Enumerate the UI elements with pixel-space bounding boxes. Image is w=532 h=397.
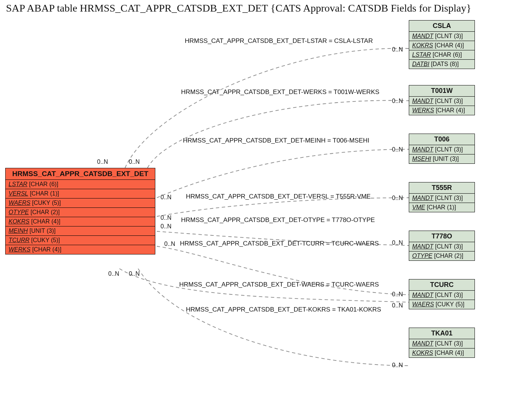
- relation-label: HRMSS_CAT_APPR_CATSDB_EXT_DET-TCURR = TC…: [180, 240, 379, 247]
- entity-TKA01: TKA01 MANDT [CLNT (3)] KOKRS [CHAR (4)]: [409, 328, 475, 358]
- cardinality-tgt: 0..N: [392, 240, 403, 246]
- entity-main-row: WAERS [CUKY (5)]: [6, 198, 155, 208]
- entity-row: WAERS [CUKY (5)]: [409, 300, 475, 309]
- cardinality-src: 0..N: [97, 159, 108, 165]
- cardinality-tgt: 0..N: [392, 98, 403, 104]
- relation-label: HRMSS_CAT_APPR_CATSDB_EXT_DET-KOKRS = TK…: [186, 306, 381, 313]
- entity-main-header: HRMSS_CAT_APPR_CATSDB_EXT_DET: [6, 168, 155, 180]
- entity-row: WERKS [CHAR (4)]: [409, 106, 475, 115]
- cardinality-tgt: 0..N: [392, 195, 403, 201]
- cardinality-tgt: 0..N: [392, 46, 403, 53]
- entity-row: MANDT [CLNT (3)]: [409, 291, 475, 300]
- entity-row: KOKRS [CHAR (4)]: [409, 348, 475, 357]
- cardinality-src: 0..N: [129, 159, 140, 165]
- entity-header: CSLA: [409, 21, 475, 32]
- entity-TCURC: TCURC MANDT [CLNT (3)] WAERS [CUKY (5)]: [409, 279, 475, 309]
- entity-T555R: T555R MANDT [CLNT (3)] VME [CHAR (1)]: [409, 182, 475, 212]
- entity-T006: T006 MANDT [CLNT (3)] MSEHI [UNIT (3)]: [409, 134, 475, 164]
- entity-row: VME [CHAR (1)]: [409, 203, 475, 212]
- entity-row: MANDT [CLNT (3)]: [409, 97, 475, 106]
- entity-row: DATBI [DATS (8)]: [409, 60, 475, 69]
- relation-label: HRMSS_CAT_APPR_CATSDB_EXT_DET-LSTAR = CS…: [185, 37, 373, 45]
- entity-main-row: WERKS [CHAR (4)]: [6, 245, 155, 254]
- cardinality-tgt: 0..N: [392, 291, 403, 298]
- entity-main-row: KOKRS [CHAR (4)]: [6, 217, 155, 226]
- entity-T778O: T778O MANDT [CLNT (3)] OTYPE [CHAR (2)]: [409, 231, 475, 261]
- entity-header: TKA01: [409, 328, 475, 339]
- cardinality-tgt: 0..N: [392, 146, 403, 153]
- entity-header: T555R: [409, 182, 475, 194]
- entity-main: HRMSS_CAT_APPR_CATSDB_EXT_DET LSTAR [CHA…: [5, 168, 155, 254]
- entity-row: LSTAR [CHAR (6)]: [409, 50, 475, 60]
- entity-row: MANDT [CLNT (3)]: [409, 32, 475, 41]
- cardinality-src: 0..N: [164, 241, 175, 247]
- relation-label: HRMSS_CAT_APPR_CATSDB_EXT_DET-WAERS = TC…: [179, 281, 379, 288]
- entity-row: MANDT [CLNT (3)]: [409, 339, 475, 348]
- entity-CSLA: CSLA MANDT [CLNT (3)] KOKRS [CHAR (4)] L…: [409, 20, 475, 69]
- entity-row: MSEHI [UNIT (3)]: [409, 154, 475, 163]
- cardinality-src: 0..N: [129, 271, 140, 277]
- entity-row: MANDT [CLNT (3)]: [409, 194, 475, 203]
- entity-main-row: TCURR [CUKY (5)]: [6, 236, 155, 245]
- entity-row: MANDT [CLNT (3)]: [409, 145, 475, 154]
- entity-row: MANDT [CLNT (3)]: [409, 242, 475, 251]
- entity-header: T006: [409, 134, 475, 145]
- cardinality-src: 0..N: [161, 223, 171, 230]
- entity-header: T778O: [409, 231, 475, 242]
- entity-main-row: MEINH [UNIT (3)]: [6, 226, 155, 236]
- relation-label: HRMSS_CAT_APPR_CATSDB_EXT_DET-MEINH = T0…: [183, 137, 369, 144]
- entity-main-row: LSTAR [CHAR (6)]: [6, 180, 155, 189]
- relation-label: HRMSS_CAT_APPR_CATSDB_EXT_DET-VERSL = T5…: [186, 193, 371, 200]
- cardinality-src: 0..N: [108, 271, 119, 277]
- cardinality-tgt: 0..N: [392, 362, 403, 369]
- entity-header: T001W: [409, 85, 475, 97]
- entity-header: TCURC: [409, 279, 475, 291]
- entity-main-row: OTYPE [CHAR (2)]: [6, 208, 155, 217]
- entity-main-row: VERSL [CHAR (1)]: [6, 189, 155, 198]
- cardinality-tgt: 0..N: [392, 302, 403, 309]
- page-title: SAP ABAP table HRMSS_CAT_APPR_CATSDB_EXT…: [6, 2, 471, 14]
- entity-row: OTYPE [CHAR (2)]: [409, 251, 475, 260]
- entity-T001W: T001W MANDT [CLNT (3)] WERKS [CHAR (4)]: [409, 85, 475, 115]
- entity-row: KOKRS [CHAR (4)]: [409, 41, 475, 50]
- relation-label: HRMSS_CAT_APPR_CATSDB_EXT_DET-WERKS = T0…: [181, 88, 379, 96]
- relation-label: HRMSS_CAT_APPR_CATSDB_EXT_DET-OTYPE = T7…: [181, 216, 375, 224]
- cardinality-src: 0..N: [161, 194, 171, 201]
- cardinality-src: 0..N: [161, 215, 171, 221]
